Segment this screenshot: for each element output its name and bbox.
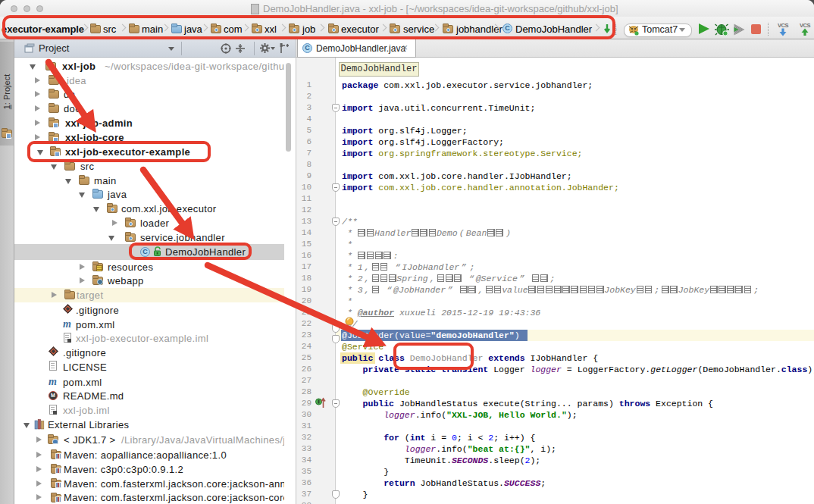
- svg-text:VCS: VCS: [778, 22, 788, 29]
- svg-text:VCS: VCS: [800, 22, 810, 29]
